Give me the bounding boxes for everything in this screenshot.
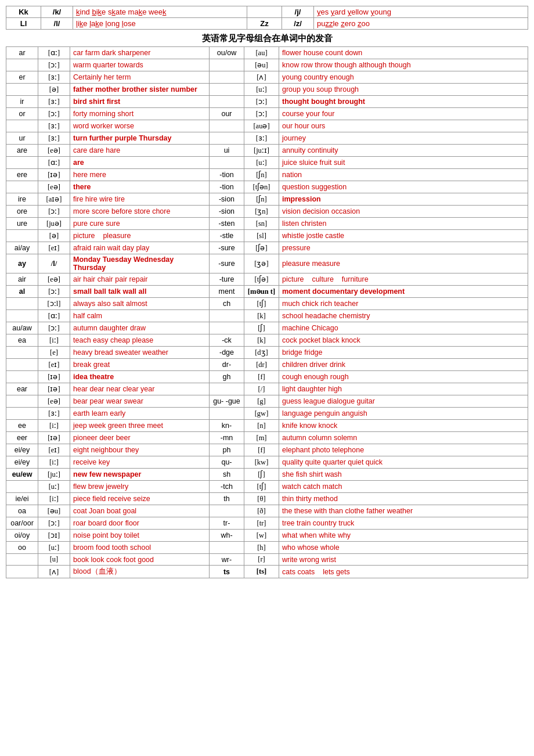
table-row: [u] book look cook foot good wr- [r] wri… xyxy=(6,554,528,566)
right-label: ou/ow xyxy=(210,47,244,59)
table-row: air [eə] air hair chair pair repair -tur… xyxy=(6,273,528,286)
table-row: [ɪə] idea theatre gh [f] cough enough ro… xyxy=(6,371,528,383)
table-row: are [eə] care dare hare ui [juːɪ] annuit… xyxy=(6,145,528,157)
left-phon: [ɑː] xyxy=(38,47,70,59)
table-row: er [ɜː] Certainly her term [ʌ] young cou… xyxy=(6,71,528,84)
table-row: [ɔː] warm quarter towards [əu] know row … xyxy=(6,59,528,71)
table-row: oo [uː] broom food tooth school [h] who … xyxy=(6,542,528,554)
table-row: al [ɔː] small ball talk wall all ment [m… xyxy=(6,286,528,298)
table-row: eer [ɪə] pioneer deer beer -mn [m] autum… xyxy=(6,432,528,444)
table-row: ur [ɜː] turn further purple Thursday [ɜː… xyxy=(6,132,528,145)
table-row: [uː] flew brew jewelry -tch [tʃ] watch c… xyxy=(6,481,528,493)
table-row: [eə] bear pear wear swear gu- -gue [g] g… xyxy=(6,395,528,408)
table-row: [ɔːl] always also salt almost ch [tʃ] mu… xyxy=(6,298,528,310)
table-row: ir [ɜː] bird shirt first [ɔː] thought bo… xyxy=(6,96,528,108)
kk-letter: Kk xyxy=(6,6,41,18)
table-row: ai/ay [eɪ] afraid rain wait day play -su… xyxy=(6,242,528,254)
table-row: ore [ɔː] more score before store chore -… xyxy=(6,206,528,218)
table-row: [ɜː] word worker worse [auə] our hour ou… xyxy=(6,120,528,132)
table-row: ei/ey [eɪ] eight neighbour they ph [f] e… xyxy=(6,444,528,456)
table-row: oi/oy [ɔɪ] noise point boy toilet wh- [w… xyxy=(6,530,528,542)
table-row: ire [aɪə] fire hire wire tire -sion [ʃn]… xyxy=(6,193,528,206)
table-row: [ɑː] half calm [k] school headache chemi… xyxy=(6,310,528,322)
table-row: [eə] there -tion [tʃən] question suggest… xyxy=(6,181,528,193)
j-ipa: /j/ xyxy=(282,6,314,18)
top-header-table: Kk /k/ kind bike skate make week /j/ yes… xyxy=(6,6,528,30)
table-row: eu/ew [juː] new few newspaper sh [ʃ] she… xyxy=(6,469,528,481)
table-row: [ʌ] blood（血液） ts [ts] cats coats lets ge… xyxy=(6,566,528,578)
page: { "topTable": { "rows": [ { "letter": "K… xyxy=(0,0,534,584)
kk-ipa: /k/ xyxy=(41,6,73,18)
table-row: [ə] father mother brother sister number … xyxy=(6,84,528,96)
title-table: 英语常见字母组合在单词中的发音 xyxy=(6,32,528,45)
kk-words: kind bike skate make week xyxy=(73,6,247,18)
left-words: car farm dark sharpener xyxy=(70,47,210,59)
table-row: [e] heavy bread sweater weather -dge [dʒ… xyxy=(6,347,528,359)
table-row: [eɪ] break great dr- [dr] children drive… xyxy=(6,359,528,371)
table-row: ure [juə] pure cure sure -sten [sn] list… xyxy=(6,218,528,230)
zz-ipa: /z/ xyxy=(282,18,314,30)
j-words: yes yard yellow young xyxy=(314,6,528,18)
left-label: ar xyxy=(6,47,38,59)
table-row: ea [iː] teach easy cheap please -ck [k] … xyxy=(6,334,528,347)
table-row: ere [ɪə] here mere -tion [ʃn] nation xyxy=(6,169,528,181)
table-row: [ɜː] earth learn early [gw] language pen… xyxy=(6,408,528,420)
table-row: [ə] picture pleasure -stle [sl] whistle … xyxy=(6,230,528,242)
table-row: ay /l/ Monday Tuesday Wednesday Thursday… xyxy=(6,254,528,273)
right-phon: [au] xyxy=(244,47,279,59)
table-row: ear [ɪə] hear dear near clear year [/] l… xyxy=(6,383,528,395)
ll-letter: Ll xyxy=(6,18,41,30)
ll-words: like lake long lose xyxy=(73,18,247,30)
table-row: or [ɔː] forty morning short our [ɔː] cou… xyxy=(6,108,528,120)
table-row: ei/ey [iː] receive key qu- [kw] quality … xyxy=(6,456,528,469)
table-row: ie/ei [iː] piece field receive seize th … xyxy=(6,493,528,505)
main-title: 英语常见字母组合在单词中的发音 xyxy=(6,32,528,45)
ll-ipa: /l/ xyxy=(41,18,73,30)
table-row: ee [iː] jeep week green three meet kn- [… xyxy=(6,420,528,432)
table-row: au/aw [ɔː] autumn daughter draw [ʃ] mach… xyxy=(6,322,528,334)
zz-words: puzzle zero zoo xyxy=(314,18,528,30)
main-phonics-table: ar [ɑː] car farm dark sharpener ou/ow [a… xyxy=(6,46,528,578)
zz-letter: Zz xyxy=(247,18,282,30)
empty1 xyxy=(247,6,282,18)
table-row: oa [əu] coat Joan boat goal [ð] the thes… xyxy=(6,505,528,517)
table-row: [ɑː] are [uː] juice sluice fruit suit xyxy=(6,157,528,169)
right-words: flower house count down xyxy=(279,47,528,59)
table-row: oar/oor [ɔː] roar board door floor tr- [… xyxy=(6,517,528,530)
table-row: ar [ɑː] car farm dark sharpener ou/ow [a… xyxy=(6,47,528,59)
